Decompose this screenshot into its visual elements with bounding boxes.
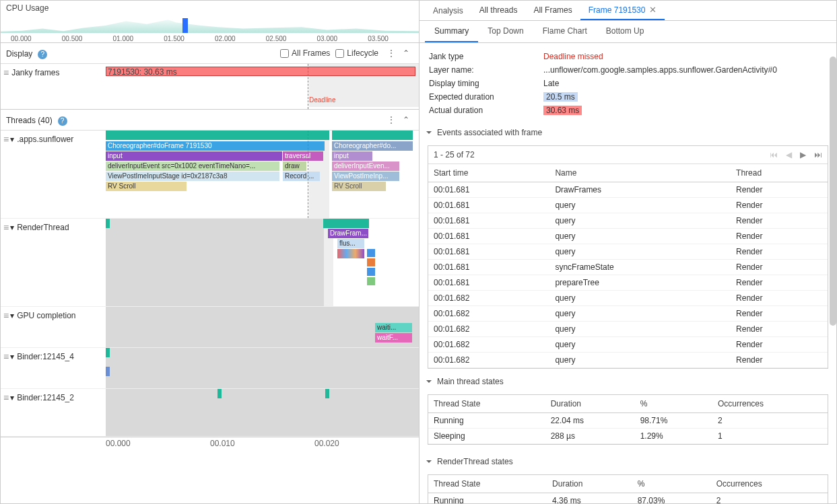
trace-traversal[interactable]: traversal (283, 151, 323, 161)
trace-bar[interactable] (106, 131, 329, 140)
trace-waiti[interactable]: waiti... (375, 323, 412, 332)
col-dur[interactable]: Duration (545, 395, 635, 413)
thread-chart-sunflower[interactable]: Choreographer#doFrame 7191530 Choreograp… (106, 131, 419, 218)
table-row[interactable]: 00:01.682queryRender (428, 322, 828, 337)
all-frames-checkbox[interactable]: All Frames (280, 48, 330, 58)
main-states-caption[interactable]: Main thread states (420, 373, 836, 390)
help-icon[interactable]: ? (38, 50, 47, 59)
more-icon[interactable]: ⋮ (384, 112, 399, 127)
table-row[interactable]: Running4.36 ms87.03%2 (428, 493, 828, 504)
col-occ[interactable]: Occurrences (712, 395, 828, 413)
trace-bar[interactable] (367, 249, 375, 257)
pager-next-icon[interactable]: ▶ (800, 150, 806, 159)
trace-deliverinput2[interactable]: deliverInputEven... (332, 161, 399, 171)
trace-deliverinput[interactable]: deliverInputEvent src=0x1002 eventTimeNa… (106, 161, 279, 171)
subtab-summary[interactable]: Summary (425, 21, 478, 42)
trace-bar[interactable] (325, 389, 329, 398)
all-frames-checkbox-input[interactable] (280, 49, 289, 58)
scrollbar-thumb[interactable] (830, 57, 836, 326)
janky-frames-chart[interactable]: 7191530: 30.63 ms Deadline (106, 64, 419, 109)
drag-handle-icon[interactable]: ≡ (3, 393, 7, 402)
table-row[interactable]: 00:01.682queryRender (428, 337, 828, 353)
trace-bar[interactable] (106, 219, 110, 228)
table-row[interactable]: 00:01.681DrawFramesRender (428, 182, 828, 198)
table-row[interactable]: Running22.04 ms98.71%2 (428, 413, 828, 429)
subtab-flame[interactable]: Flame Chart (533, 21, 597, 42)
col-pct[interactable]: % (635, 395, 712, 413)
trace-bar[interactable] (323, 219, 369, 228)
pager-last-icon[interactable]: ⏭ (814, 150, 822, 159)
lifecycle-checkbox[interactable]: Lifecycle (335, 48, 378, 58)
trace-viewpost2[interactable]: ViewPostImeInp... (332, 172, 399, 181)
thread-expand-icon[interactable]: ▾ (10, 393, 14, 402)
trace-input2[interactable]: input (332, 151, 372, 161)
thread-chart-binder2[interactable] (106, 389, 419, 436)
trace-record[interactable]: Record ... (283, 172, 320, 181)
lifecycle-checkbox-input[interactable] (335, 49, 344, 58)
trace-flush[interactable]: flus... (337, 239, 364, 248)
table-row[interactable]: 00:01.682queryRender (428, 353, 828, 368)
cpu-selection-marker[interactable] (182, 18, 188, 33)
events-col-thread[interactable]: Thread (731, 164, 828, 182)
pager-first-icon[interactable]: ⏮ (770, 150, 778, 159)
trace-bar[interactable] (337, 249, 364, 258)
trace-bar[interactable] (332, 131, 413, 140)
thread-chart-gpu[interactable]: waiti... waitF... (106, 307, 419, 347)
collapse-icon[interactable]: ⌃ (399, 46, 413, 61)
subtab-topdown[interactable]: Top Down (478, 21, 533, 42)
drag-handle-icon[interactable]: ≡ (3, 68, 7, 77)
collapse-icon[interactable]: ⌃ (399, 112, 413, 127)
table-row[interactable]: Sleeping288 µs1.29%1 (428, 429, 828, 444)
trace-input[interactable]: input (106, 151, 282, 161)
janky-frame-bar[interactable]: 7191530: 30.63 ms (106, 67, 415, 76)
col-state[interactable]: Thread State (428, 395, 545, 413)
thread-chart-binder4[interactable] (106, 348, 419, 388)
trace-viewpost[interactable]: ViewPostImeInputStage id=0x2187c3a8 (106, 172, 279, 181)
tab-all-frames[interactable]: All Frames (525, 1, 580, 20)
trace-draw[interactable]: draw (283, 161, 306, 171)
thread-chart-render[interactable]: DrawFram... flus... (106, 219, 419, 306)
col-pct[interactable]: % (632, 475, 711, 493)
trace-bar[interactable] (106, 348, 110, 357)
events-caption[interactable]: Events associated with frame (420, 124, 836, 141)
right-scroll-area[interactable]: Jank type Deadline missed Layer name: ..… (420, 43, 836, 503)
render-states-caption[interactable]: RenderThread states (420, 453, 836, 470)
trace-rvscroll2[interactable]: RV Scroll (332, 182, 386, 191)
trace-waitf[interactable]: waitF... (375, 333, 412, 343)
col-dur[interactable]: Duration (547, 475, 632, 493)
table-row[interactable]: 00:01.681queryRender (428, 244, 828, 260)
col-state[interactable]: Thread State (428, 475, 547, 493)
drag-handle-icon[interactable]: ≡ (3, 311, 7, 320)
table-row[interactable]: 00:01.681prepareTreeRender (428, 275, 828, 291)
events-col-name[interactable]: Name (549, 164, 731, 182)
trace-choreographer2[interactable]: Choreographer#do... (332, 141, 413, 151)
table-row[interactable]: 00:01.681queryRender (428, 213, 828, 229)
more-icon[interactable]: ⋮ (384, 46, 399, 61)
drag-handle-icon[interactable]: ≡ (3, 352, 7, 361)
trace-drawframe[interactable]: DrawFram... (328, 229, 368, 238)
trace-bar[interactable] (367, 268, 375, 276)
table-row[interactable]: 00:01.681syncFrameStateRender (428, 260, 828, 275)
tab-frame[interactable]: Frame 7191530 ✕ (580, 1, 665, 20)
pager-prev-icon[interactable]: ◀ (786, 150, 792, 159)
trace-bar[interactable] (367, 258, 375, 266)
thread-expand-icon[interactable]: ▾ (10, 311, 14, 320)
trace-rvscroll[interactable]: RV Scroll (106, 182, 187, 191)
drag-handle-icon[interactable]: ≡ (3, 223, 7, 232)
trace-bar[interactable] (217, 389, 222, 398)
help-icon[interactable]: ? (58, 116, 67, 126)
cpu-usage-chart[interactable]: 00.000 00.500 01.000 01.500 02.000 02.50… (1, 18, 419, 42)
thread-expand-icon[interactable]: ▾ (10, 223, 14, 232)
table-row[interactable]: 00:01.681queryRender (428, 229, 828, 244)
tab-all-threads[interactable]: All threads (471, 1, 526, 20)
thread-expand-icon[interactable]: ▾ (10, 352, 14, 361)
col-occ[interactable]: Occurrences (711, 475, 828, 493)
table-row[interactable]: 00:01.682queryRender (428, 291, 828, 306)
table-row[interactable]: 00:01.682queryRender (428, 306, 828, 322)
trace-bar[interactable] (106, 367, 110, 376)
close-icon[interactable]: ✕ (649, 5, 657, 15)
drag-handle-icon[interactable]: ≡ (3, 135, 7, 144)
subtab-bottomup[interactable]: Bottom Up (597, 21, 654, 42)
events-col-start[interactable]: Start time (428, 164, 549, 182)
table-row[interactable]: 00:01.681queryRender (428, 198, 828, 213)
